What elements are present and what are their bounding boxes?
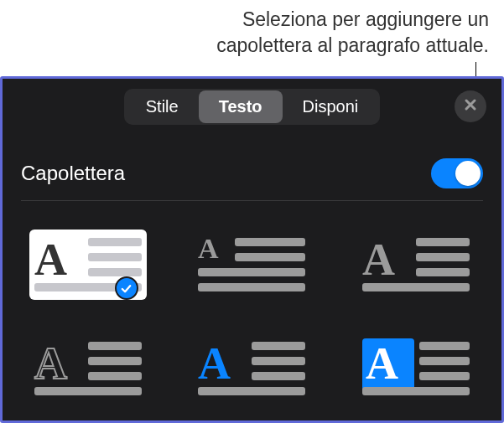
dropcap-highlight[interactable]: A (352, 328, 480, 409)
tabs-group: Stile Testo Disponi (124, 89, 380, 125)
selected-check-icon (115, 276, 138, 300)
svg-rect-14 (416, 268, 470, 276)
svg-rect-10 (198, 283, 305, 291)
svg-text:A: A (34, 235, 67, 285)
callout-line-2: capolettera al paragrafo attuale. (216, 34, 489, 56)
svg-text:A: A (366, 338, 398, 389)
dropcap-toggle[interactable] (431, 158, 483, 188)
dropcap-accent[interactable]: A (189, 328, 316, 409)
dropcap-outline[interactable]: A (24, 328, 152, 409)
svg-rect-12 (416, 238, 470, 246)
svg-rect-9 (198, 268, 305, 276)
svg-rect-30 (419, 372, 470, 380)
svg-rect-19 (88, 372, 142, 380)
svg-rect-23 (252, 357, 305, 365)
close-button[interactable] (455, 90, 486, 122)
svg-rect-20 (34, 387, 142, 395)
dropcap-row: Capolettera (21, 148, 483, 201)
svg-text:A: A (34, 338, 67, 389)
close-icon (463, 97, 478, 116)
tab-arrange[interactable]: Disponi (283, 90, 379, 123)
dropcap-options-grid: AAAAAA (21, 201, 483, 409)
toggle-knob (455, 161, 481, 186)
svg-rect-25 (198, 387, 305, 395)
svg-rect-7 (235, 238, 305, 246)
svg-rect-13 (416, 253, 470, 261)
tab-bar: Stile Testo Disponi (3, 79, 501, 132)
svg-rect-22 (252, 342, 305, 350)
dropcap-raised-small[interactable]: A (189, 224, 316, 305)
svg-text:A: A (198, 233, 219, 264)
dropcap-raised-boxed[interactable]: A (24, 224, 152, 305)
svg-rect-4 (88, 268, 142, 276)
svg-rect-17 (88, 342, 142, 350)
callout-text: Seleziona per aggiungere un capolettera … (216, 7, 489, 59)
svg-rect-31 (362, 387, 470, 395)
svg-rect-29 (419, 357, 470, 365)
tab-style[interactable]: Stile (126, 90, 199, 123)
svg-text:A: A (198, 338, 231, 389)
callout-line-1: Seleziona per aggiungere un (242, 8, 489, 30)
svg-rect-28 (419, 342, 470, 350)
svg-rect-3 (88, 253, 142, 261)
svg-rect-15 (362, 283, 470, 291)
svg-rect-2 (88, 238, 142, 246)
svg-rect-8 (235, 253, 305, 261)
dropcap-label: Capolettera (21, 162, 125, 185)
svg-rect-18 (88, 357, 142, 365)
tab-text[interactable]: Testo (199, 90, 283, 123)
svg-rect-24 (252, 372, 305, 380)
svg-text:A: A (362, 235, 395, 285)
dropcap-section: Capolettera AAAAAA (3, 132, 501, 409)
dropcap-raised-large[interactable]: A (352, 224, 480, 305)
format-panel: Stile Testo Disponi Capolettera AAAAAA (0, 76, 504, 423)
